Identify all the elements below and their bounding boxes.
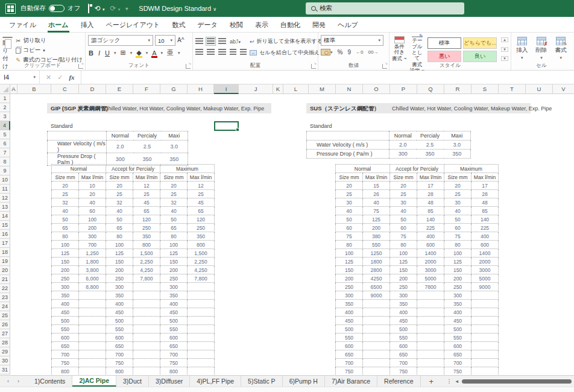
- borders-button[interactable]: ⊞: [119, 49, 126, 57]
- column-header-H[interactable]: H: [188, 84, 214, 94]
- insert-function-button[interactable]: fx: [69, 74, 74, 81]
- column-header-I[interactable]: I: [214, 84, 239, 94]
- row-header-7[interactable]: 7: [0, 148, 10, 157]
- sheet-nav-prev-icon[interactable]: ‹: [7, 378, 9, 384]
- row-header-19[interactable]: 19: [0, 257, 10, 266]
- column-header-N[interactable]: N: [336, 84, 363, 94]
- confirm-entry-icon[interactable]: ✓: [57, 74, 63, 81]
- menu-tab-校閲[interactable]: 校閲: [224, 17, 248, 32]
- row-header-10[interactable]: 10: [0, 175, 10, 185]
- row-header-16[interactable]: 16: [0, 230, 10, 239]
- cancel-entry-icon[interactable]: ✕: [46, 74, 51, 81]
- sheet-tab-Reference[interactable]: Reference: [377, 376, 420, 387]
- row-header-11[interactable]: 11: [0, 185, 10, 194]
- column-header-B[interactable]: B: [17, 84, 51, 94]
- gallery-down-button[interactable]: ▼: [501, 47, 508, 52]
- format-cells-button[interactable]: 書式▾: [553, 35, 569, 62]
- bold-button[interactable]: B: [88, 49, 94, 57]
- menu-tab-データ[interactable]: データ: [192, 17, 223, 32]
- row-header-13[interactable]: 13: [0, 203, 10, 212]
- gallery-up-button[interactable]: ▲: [501, 37, 508, 42]
- insert-cells-button[interactable]: 挿入▾: [514, 35, 530, 62]
- row-header-8[interactable]: 8: [0, 157, 10, 166]
- column-header-A[interactable]: A: [10, 84, 17, 94]
- clipboard-dialog-launcher[interactable]: [78, 64, 83, 69]
- row-header-17[interactable]: 17: [0, 239, 10, 248]
- autosave-toggle[interactable]: [49, 5, 65, 12]
- align-middle-button[interactable]: [207, 38, 215, 45]
- undo-button[interactable]: ⟲ ▾: [95, 4, 105, 13]
- cell-style-良い[interactable]: 良い: [463, 51, 497, 62]
- align-left-button[interactable]: [195, 49, 203, 55]
- row-header-26[interactable]: 26: [0, 320, 10, 329]
- row-header-20[interactable]: 20: [0, 266, 10, 275]
- row-header-27[interactable]: 27: [0, 329, 10, 338]
- column-header-Q[interactable]: Q: [417, 84, 444, 94]
- column-header-L[interactable]: L: [283, 84, 309, 94]
- increase-decimal-button[interactable]: ←0: [356, 49, 363, 55]
- fill-color-button[interactable]: ◆: [136, 49, 142, 57]
- redo-button[interactable]: ⟳ ▾: [110, 4, 120, 13]
- conditional-formatting-button[interactable]: 条件付き書式 ~: [392, 35, 407, 62]
- row-header-29[interactable]: 29: [0, 347, 10, 356]
- decrease-decimal-button[interactable]: 00→: [368, 49, 378, 55]
- alignment-dialog-launcher[interactable]: [311, 64, 316, 69]
- sheet-tab-1)Contents[interactable]: 1)Contents: [28, 376, 72, 387]
- row-header-1[interactable]: 1: [0, 94, 10, 103]
- menu-tab-ヘルプ[interactable]: ヘルプ: [332, 17, 364, 32]
- font-dialog-launcher[interactable]: [186, 64, 191, 69]
- horizontal-scrollbar-thumb[interactable]: [462, 379, 572, 384]
- font-color-button[interactable]: A: [151, 49, 157, 57]
- row-header-30[interactable]: 30: [0, 356, 10, 365]
- column-header-C[interactable]: C: [51, 84, 79, 94]
- menu-tab-ファイル[interactable]: ファイル: [4, 17, 42, 32]
- row-header-21[interactable]: 21: [0, 275, 10, 284]
- sheet-tab-7)Air Barance[interactable]: 7)Air Barance: [325, 376, 377, 387]
- row-header-14[interactable]: 14: [0, 212, 10, 221]
- sheet-tab-3)Duct[interactable]: 3)Duct: [116, 376, 149, 387]
- column-header-K[interactable]: K: [273, 84, 283, 94]
- menu-tab-数式[interactable]: 数式: [166, 17, 191, 32]
- column-header-R[interactable]: R: [444, 84, 472, 94]
- column-header-J[interactable]: J: [239, 84, 273, 94]
- column-header-P[interactable]: P: [390, 84, 417, 94]
- align-bottom-button[interactable]: [218, 38, 226, 45]
- menu-tab-開発[interactable]: 開発: [307, 17, 331, 32]
- row-header-5[interactable]: 5: [0, 130, 10, 139]
- qat-customize-button[interactable]: ▿: [125, 6, 128, 11]
- grow-font-button[interactable]: A^: [177, 35, 184, 46]
- column-header-S[interactable]: S: [472, 84, 499, 94]
- row-header-23[interactable]: 23: [0, 293, 10, 302]
- sheet-tab-4)PL,FF Pipe[interactable]: 4)PL,FF Pipe: [190, 376, 241, 387]
- paste-button[interactable]: 貼り付け▾: [2, 35, 13, 62]
- row-header-25[interactable]: 25: [0, 311, 10, 320]
- format-as-table-button[interactable]: テーブルとして書式設定 ~: [410, 35, 425, 62]
- italic-button[interactable]: I: [98, 49, 101, 57]
- column-header-F[interactable]: F: [133, 84, 160, 94]
- row-header-2[interactable]: 2: [0, 103, 10, 112]
- gallery-more-button[interactable]: ▼: [501, 56, 508, 61]
- hscroll-left-icon[interactable]: ◂: [455, 378, 458, 384]
- row-header-6[interactable]: 6: [0, 139, 10, 148]
- name-box[interactable]: I4▾: [0, 71, 40, 84]
- menu-tab-挿入[interactable]: 挿入: [75, 17, 99, 32]
- font-size-select[interactable]: 10▾: [155, 35, 175, 46]
- sheet-tab-2)AC Pipe[interactable]: 2)AC Pipe: [72, 376, 116, 387]
- row-header-18[interactable]: 18: [0, 248, 10, 257]
- column-header-G[interactable]: G: [160, 84, 188, 94]
- autosave-control[interactable]: 自動保存 オフ: [20, 4, 81, 13]
- menu-tab-ページレイアウト[interactable]: ページレイアウト: [101, 17, 166, 32]
- selected-cell-I4[interactable]: [214, 121, 239, 131]
- column-header-U[interactable]: U: [526, 84, 553, 94]
- column-header-O[interactable]: O: [363, 84, 390, 94]
- column-header-D[interactable]: D: [79, 84, 106, 94]
- row-header-28[interactable]: 28: [0, 338, 10, 347]
- save-button[interactable]: [88, 4, 89, 13]
- select-all-corner[interactable]: [0, 84, 10, 94]
- percent-style-button[interactable]: %: [338, 49, 343, 55]
- currency-format-button[interactable]: ▾: [321, 49, 333, 55]
- row-header-12[interactable]: 12: [0, 194, 10, 203]
- number-dialog-launcher[interactable]: [382, 64, 387, 69]
- row-header-15[interactable]: 15: [0, 221, 10, 230]
- align-right-button[interactable]: [218, 49, 226, 55]
